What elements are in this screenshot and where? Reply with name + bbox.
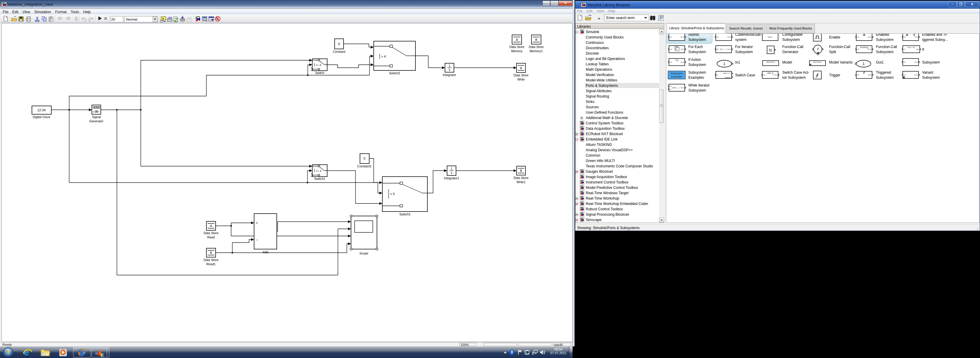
svg-text:1: 1 <box>723 62 725 66</box>
svg-text:> 4: > 4 <box>381 55 386 58</box>
svg-text:Out1: Out1 <box>915 36 918 38</box>
svg-text:Enter search term: Enter search term <box>606 16 635 20</box>
svg-text:CodeReuseSub-: CodeReuseSub- <box>735 34 762 37</box>
svg-text:Data Store: Data Store <box>514 73 528 77</box>
svg-text:1: 1 <box>862 62 865 66</box>
svg-text:B: B <box>210 251 212 255</box>
svg-text:Switch Case Act-: Switch Case Act- <box>782 70 810 75</box>
svg-text:B: B <box>520 169 522 172</box>
svg-text:Configurable: Configurable <box>782 34 803 37</box>
svg-text:If {}: If {} <box>676 59 679 62</box>
svg-text:Subsystem: Subsystem <box>876 50 894 54</box>
svg-text:Examples: Examples <box>688 75 704 80</box>
svg-text:iggered Subsy...: iggered Subsy... <box>922 38 948 42</box>
svg-text:Muxer: Muxer <box>768 36 772 38</box>
svg-text:Out1: Out1 <box>915 74 918 76</box>
svg-text:Read: Read <box>207 235 215 239</box>
svg-text:Subsystem: Subsystem <box>735 50 753 54</box>
svg-text:Subsystem: Subsystem <box>688 63 706 67</box>
svg-text:Constant1: Constant1 <box>357 164 372 168</box>
svg-text:In1: In1 <box>670 61 672 63</box>
svg-text:Generator: Generator <box>89 119 103 123</box>
svg-text:Out1: Out1 <box>681 48 684 50</box>
svg-text:default:: default: <box>725 77 731 78</box>
svg-text:Variant: Variant <box>922 70 934 75</box>
svg-text:Switch1: Switch1 <box>314 177 325 180</box>
svg-text:Switch: Switch <box>315 71 325 75</box>
svg-text:u1: u1 <box>717 74 718 76</box>
svg-text:system: system <box>735 38 746 42</box>
svg-text:s: s <box>449 68 450 71</box>
svg-text:Out1: Out1 <box>868 74 872 76</box>
svg-text:Subsystem: Subsystem <box>922 60 940 64</box>
svg-text:Out1: Out1 <box>915 61 918 63</box>
svg-text:Constant: Constant <box>333 50 345 53</box>
svg-text:In1: In1 <box>670 48 672 50</box>
svg-text:Switch2: Switch2 <box>389 71 400 75</box>
svg-text:Out1: Out1 <box>727 48 731 50</box>
svg-text:A: A <box>520 67 522 70</box>
svg-text:In1: In1 <box>717 36 719 38</box>
svg-text:Examples: Examples <box>671 75 682 78</box>
svg-text:Out1: Out1 <box>868 36 872 38</box>
svg-text:Out1: Out1 <box>727 36 731 38</box>
svg-text:+: + <box>256 221 258 224</box>
svg-text:Model Variants: Model Variants <box>829 60 853 64</box>
svg-text:In1: In1 <box>904 61 906 63</box>
svg-text:In1: In1 <box>904 74 906 76</box>
svg-text:For Each: For Each <box>688 45 703 49</box>
svg-text:Model Name: Model Name <box>767 61 775 63</box>
svg-text:Model: Model <box>782 60 792 64</box>
svg-text:>= 0: >= 0 <box>315 63 321 67</box>
svg-text:1: 1 <box>451 167 452 170</box>
svg-text:A: A <box>210 224 212 228</box>
svg-text:if(u1 > 0): if(u1 > 0) <box>908 46 915 48</box>
svg-text:Scope: Scope <box>360 251 368 255</box>
svg-text:Subsystem: Subsystem <box>782 38 800 42</box>
svg-text:IC: IC <box>670 88 671 90</box>
svg-text:Write: Write <box>517 78 525 81</box>
svg-text:u1: u1 <box>904 48 905 50</box>
svg-text:Out1: Out1 <box>868 48 872 50</box>
svg-text:Subsystem: Subsystem <box>688 88 706 92</box>
svg-text:Subsystem: Subsystem <box>688 70 706 75</box>
svg-text:Subsystem: Subsystem <box>922 75 940 80</box>
svg-text:In1: In1 <box>670 36 672 38</box>
svg-text:f(): f() <box>769 48 772 52</box>
svg-text:While Iterator: While Iterator <box>688 83 710 88</box>
svg-text:Integrator1: Integrator1 <box>444 176 459 180</box>
svg-text:Subsystem: Subsystem <box>688 38 706 42</box>
svg-text:Out1: Out1 <box>681 87 684 89</box>
svg-text:function(): function() <box>860 46 868 49</box>
svg-text:Memory: Memory <box>511 49 523 53</box>
svg-text:Data Store: Data Store <box>204 258 218 262</box>
svg-text:Subsystem: Subsystem <box>876 75 894 80</box>
svg-text:Out1: Out1 <box>681 36 684 38</box>
svg-text:Subsystem: Subsystem <box>688 50 706 54</box>
svg-text:case: {}: case: {} <box>767 72 774 74</box>
svg-text:–: – <box>256 238 258 241</box>
svg-text:In1: In1 <box>857 74 859 76</box>
svg-text:Data Store: Data Store <box>204 231 218 235</box>
svg-text:1: 1 <box>449 64 450 67</box>
svg-text:Memory1: Memory1 <box>530 49 543 53</box>
svg-text:A: A <box>516 38 518 41</box>
svg-text:Generator: Generator <box>782 50 799 54</box>
svg-text:In1: In1 <box>763 74 765 76</box>
svg-text:Triggered: Triggered <box>876 70 891 75</box>
svg-text:Data Store: Data Store <box>509 45 524 49</box>
svg-text:Split: Split <box>829 50 836 54</box>
svg-text:Function-Call: Function-Call <box>829 45 850 49</box>
svg-text:Add: Add <box>263 250 269 254</box>
svg-text:0: 0 <box>338 42 340 46</box>
svg-text:Signal: Signal <box>92 115 100 119</box>
svg-text:case [ 1 ]:: case [ 1 ]: <box>723 72 731 74</box>
svg-text:Switch Case: Switch Case <box>735 73 755 77</box>
svg-text:Switch3: Switch3 <box>399 212 410 216</box>
svg-text:Function-Call: Function-Call <box>782 45 803 49</box>
svg-text:s: s <box>451 171 452 175</box>
svg-text:else: else <box>916 48 919 50</box>
svg-text:B: B <box>535 38 538 41</box>
svg-text:Write1: Write1 <box>517 180 525 184</box>
svg-text:Integrator: Integrator <box>443 73 456 77</box>
